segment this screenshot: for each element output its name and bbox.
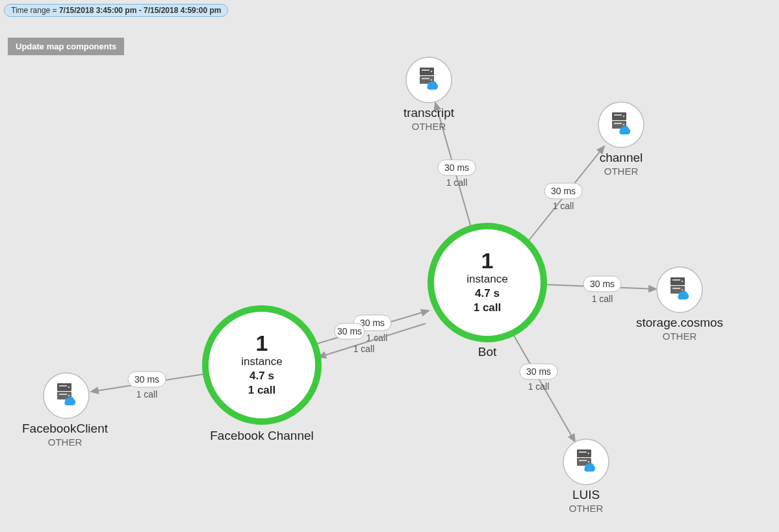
edge-calls: 1 call	[136, 389, 158, 399]
edge-calls: 1 call	[353, 344, 375, 354]
edge-latency: 30 ms	[134, 374, 159, 385]
node-calls: 1 call	[248, 384, 276, 396]
node-title: Bot	[478, 345, 497, 359]
node-calls: 1 call	[474, 301, 502, 314]
edge-bot-to-channel[interactable]: 30 ms 1 call	[526, 146, 604, 244]
node-facebook-channel[interactable]: 1 instance 4.7 s 1 call Facebook Channel	[205, 309, 318, 442]
node-latency: 4.7 s	[475, 287, 500, 299]
node-sub: OTHER	[412, 121, 446, 132]
node-sub: OTHER	[604, 166, 639, 177]
node-title: Facebook Channel	[210, 429, 314, 442]
edge-calls: 1 call	[592, 294, 613, 304]
node-sub: OTHER	[663, 331, 697, 342]
node-title: channel	[600, 151, 643, 164]
node-title: LUIS	[572, 488, 600, 501]
edge-calls: 1 call	[528, 381, 550, 392]
edge-latency: 30 ms	[590, 279, 615, 289]
node-count: 1	[481, 248, 494, 273]
node-count: 1	[256, 331, 268, 355]
node-instance: instance	[241, 355, 282, 368]
node-sub: OTHER	[48, 437, 83, 448]
edge-calls: 1 call	[553, 201, 574, 211]
node-latency: 4.7 s	[249, 370, 274, 382]
edge-calls: 1 call	[446, 177, 468, 188]
node-storage-cosmos[interactable]: storage.cosmos OTHER	[636, 267, 723, 342]
node-instance: instance	[466, 273, 507, 285]
edge-latency: 30 ms	[360, 318, 385, 328]
node-luis[interactable]: LUIS OTHER	[563, 439, 609, 514]
node-channel[interactable]: channel OTHER	[598, 102, 644, 177]
edge-fbchannel-to-fbclient[interactable]: 30 ms 1 call	[91, 372, 208, 399]
node-transcript[interactable]: transcript OTHER	[403, 57, 455, 132]
node-bot[interactable]: 1 instance 4.7 s 1 call Bot	[431, 226, 544, 359]
edge-latency: 30 ms	[526, 366, 551, 377]
node-title: FacebookClient	[22, 422, 109, 435]
node-title: transcript	[403, 106, 455, 120]
node-title: storage.cosmos	[636, 316, 723, 329]
node-sub: OTHER	[569, 503, 604, 514]
edge-latency: 30 ms	[551, 186, 576, 196]
edge-latency: 30 ms	[337, 326, 362, 336]
node-facebook-client[interactable]: FacebookClient OTHER	[22, 373, 109, 448]
edge-bot-to-cosmos[interactable]: 30 ms 1 call	[544, 276, 656, 304]
edge-bot-to-luis[interactable]: 30 ms 1 call	[513, 335, 575, 442]
edge-latency: 30 ms	[444, 162, 469, 173]
application-map[interactable]: 30 ms 1 call 30 ms 1 call 30 ms 1 call 3…	[0, 0, 779, 532]
